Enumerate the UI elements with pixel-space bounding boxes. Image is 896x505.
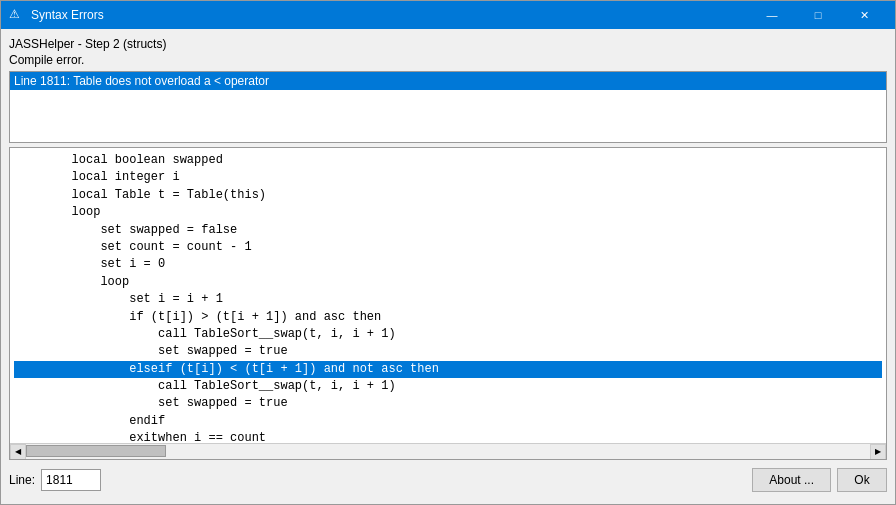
code-line: set i = 0 xyxy=(14,256,882,273)
code-line: set count = count - 1 xyxy=(14,239,882,256)
window-title: Syntax Errors xyxy=(31,8,749,22)
code-line: loop xyxy=(14,274,882,291)
hscroll-right-button[interactable]: ▶ xyxy=(870,444,886,460)
code-line: local integer i xyxy=(14,169,882,186)
title-bar: ⚠ Syntax Errors — □ ✕ xyxy=(1,1,895,29)
code-line: set swapped = true xyxy=(14,395,882,412)
title-controls: — □ ✕ xyxy=(749,1,887,29)
bottom-bar: Line: About ... Ok xyxy=(9,464,887,496)
window-content: JASSHelper - Step 2 (structs) Compile er… xyxy=(1,29,895,504)
line-number-input[interactable] xyxy=(41,469,101,491)
horizontal-scrollbar[interactable]: ◀ ▶ xyxy=(10,443,886,459)
maximize-button[interactable]: □ xyxy=(795,1,841,29)
header-info: JASSHelper - Step 2 (structs) Compile er… xyxy=(9,37,887,67)
code-line: call TableSort__swap(t, i, i + 1) xyxy=(14,378,882,395)
hscroll-thumb[interactable] xyxy=(26,445,166,457)
code-line: set swapped = true xyxy=(14,343,882,360)
code-content: local boolean swapped local integer i lo… xyxy=(10,148,886,443)
error-item[interactable]: Line 1811: Table does not overload a < o… xyxy=(10,72,886,90)
code-line: local Table t = Table(this) xyxy=(14,187,882,204)
code-area: local boolean swapped local integer i lo… xyxy=(9,147,887,460)
error-list[interactable]: Line 1811: Table does not overload a < o… xyxy=(9,71,887,143)
minimize-button[interactable]: — xyxy=(749,1,795,29)
code-line: set swapped = false xyxy=(14,222,882,239)
code-line: call TableSort__swap(t, i, i + 1) xyxy=(14,326,882,343)
code-line: loop xyxy=(14,204,882,221)
code-line: local boolean swapped xyxy=(14,152,882,169)
main-window: ⚠ Syntax Errors — □ ✕ JASSHelper - Step … xyxy=(0,0,896,505)
close-button[interactable]: ✕ xyxy=(841,1,887,29)
code-line: set i = i + 1 xyxy=(14,291,882,308)
code-line: endif xyxy=(14,413,882,430)
window-icon: ⚠ xyxy=(9,7,25,23)
code-line: if (t[i]) > (t[i + 1]) and asc then xyxy=(14,309,882,326)
ok-button[interactable]: Ok xyxy=(837,468,887,492)
line-label: Line: xyxy=(9,473,35,487)
code-line: exitwhen i == count xyxy=(14,430,882,443)
about-button[interactable]: About ... xyxy=(752,468,831,492)
hscroll-track[interactable] xyxy=(26,444,870,460)
code-scroll[interactable]: local boolean swapped local integer i lo… xyxy=(10,148,886,443)
compile-error-label: Compile error. xyxy=(9,53,887,67)
hscroll-left-button[interactable]: ◀ xyxy=(10,444,26,460)
code-line: elseif (t[i]) < (t[i + 1]) and not asc t… xyxy=(14,361,882,378)
step-label: JASSHelper - Step 2 (structs) xyxy=(9,37,887,51)
